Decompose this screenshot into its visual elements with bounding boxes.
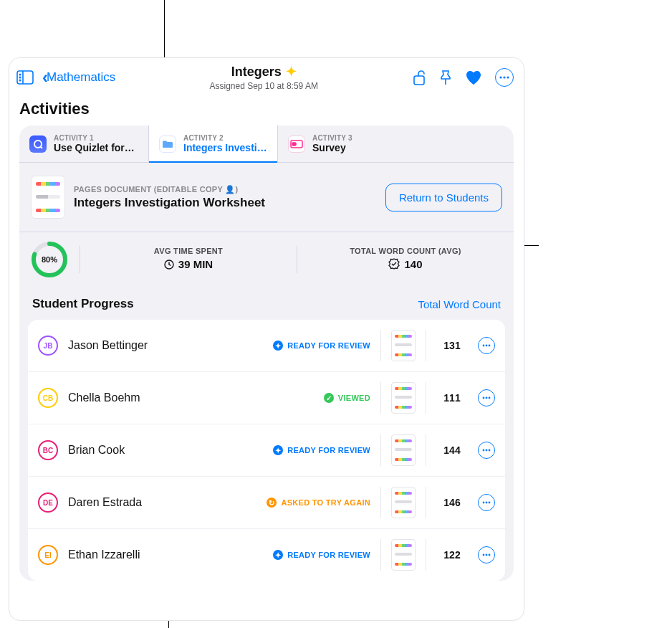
student-name: Ethan Izzarelli — [68, 548, 263, 561]
status-icon: ✦ — [273, 550, 283, 560]
word-count-label: TOTAL WORD COUNT (AVG) — [309, 247, 502, 255]
student-row[interactable]: BCBrian Cook✦READY FOR REVIEW144 — [28, 424, 505, 477]
row-more-button[interactable] — [478, 442, 495, 459]
svg-point-21 — [486, 397, 488, 399]
row-more-button[interactable] — [478, 389, 495, 406]
divider — [380, 330, 381, 361]
back-label: Mathematics — [47, 70, 115, 85]
svg-rect-5 — [414, 76, 424, 85]
quizlet-icon — [29, 135, 47, 153]
divider — [426, 330, 426, 361]
divider — [426, 539, 426, 571]
student-row[interactable]: DEDaren Estrada↻ASKED TO TRY AGAIN146 — [28, 477, 505, 529]
document-title: Integers Investigation Worksheet — [74, 196, 265, 210]
page-subtitle: Assigned Sep 10 at 8:59 AM — [115, 81, 412, 91]
student-word-count: 131 — [436, 340, 468, 351]
svg-point-27 — [486, 502, 488, 504]
submission-thumbnail[interactable] — [391, 539, 416, 571]
pin-icon[interactable] — [439, 70, 452, 85]
heart-icon[interactable] — [465, 70, 482, 85]
avg-time-label: AVG TIME SPENT — [92, 247, 285, 255]
student-list: JBJason Bettinger✦READY FOR REVIEW131CBC… — [28, 320, 505, 581]
clock-icon — [164, 260, 174, 270]
activity-tab-eyebrow: ACTIVITY 1 — [54, 134, 135, 142]
student-avatar: EI — [38, 545, 58, 565]
status-icon: ✦ — [273, 341, 283, 351]
divider — [380, 382, 381, 414]
svg-point-4 — [19, 80, 21, 81]
student-avatar: DE — [38, 493, 58, 513]
divider — [297, 246, 297, 273]
student-status: ✦READY FOR REVIEW — [273, 341, 370, 351]
document-thumbnail[interactable] — [31, 176, 65, 219]
survey-icon — [288, 135, 305, 153]
submission-thumbnail[interactable] — [391, 487, 416, 518]
lock-open-icon[interactable] — [412, 70, 426, 85]
status-label: VIEWED — [338, 394, 370, 402]
document-type-label: PAGES DOCUMENT (EDITABLE COPY 👤) — [74, 185, 265, 194]
student-word-count: 146 — [436, 497, 468, 508]
back-button[interactable]: ‹ Mathematics — [42, 67, 115, 87]
row-more-button[interactable] — [478, 494, 495, 511]
activity-tab[interactable]: ACTIVITY 1Use Quizlet for… — [19, 125, 148, 162]
divider — [426, 382, 426, 414]
row-more-button[interactable] — [478, 337, 495, 354]
activity-tab[interactable]: ACTIVITY 2Integers Investi… — [148, 125, 277, 162]
svg-point-17 — [483, 345, 485, 347]
sort-by-link[interactable]: Total Word Count — [418, 298, 501, 310]
status-icon: ✦ — [273, 445, 283, 455]
sidebar-toggle-icon[interactable] — [16, 70, 34, 85]
student-status: ✓VIEWED — [324, 393, 370, 403]
student-word-count: 111 — [436, 392, 468, 404]
return-to-students-button[interactable]: Return to Students — [385, 184, 502, 211]
svg-point-2 — [19, 74, 21, 75]
activity-tab-eyebrow: ACTIVITY 3 — [312, 134, 352, 142]
student-name: Daren Estrada — [68, 496, 256, 509]
more-button[interactable] — [495, 68, 514, 87]
student-avatar: BC — [38, 440, 58, 460]
seal-icon — [388, 258, 400, 270]
activity-tab[interactable]: ACTIVITY 3Survey — [277, 125, 406, 162]
submission-thumbnail[interactable] — [391, 434, 416, 466]
student-name: Jason Bettinger — [68, 339, 263, 352]
document-row: PAGES DOCUMENT (EDITABLE COPY 👤) Integer… — [19, 163, 514, 232]
status-label: READY FOR REVIEW — [287, 341, 370, 350]
student-status: ✦READY FOR REVIEW — [273, 445, 370, 455]
status-label: ASKED TO TRY AGAIN — [281, 498, 370, 507]
svg-point-8 — [503, 76, 505, 78]
student-row[interactable]: JBJason Bettinger✦READY FOR REVIEW131 — [28, 320, 505, 372]
student-status: ✦READY FOR REVIEW — [273, 550, 370, 560]
status-icon: ↻ — [267, 498, 277, 508]
svg-rect-13 — [292, 143, 296, 146]
title-bar: ‹ Mathematics Integers ✦ Assigned Sep 10… — [9, 58, 524, 94]
divider — [426, 487, 426, 518]
submission-thumbnail[interactable] — [391, 330, 416, 361]
svg-point-30 — [486, 554, 488, 556]
activities-panel: ACTIVITY 1Use Quizlet for…ACTIVITY 2Inte… — [19, 125, 514, 581]
student-name: Brian Cook — [68, 444, 263, 457]
svg-point-28 — [489, 502, 491, 504]
submission-thumbnail[interactable] — [391, 382, 416, 414]
student-row[interactable]: CBChella Boehm✓VIEWED111 — [28, 372, 505, 424]
svg-point-20 — [483, 397, 485, 399]
student-row[interactable]: EIEthan Izzarelli✦READY FOR REVIEW122 — [28, 529, 505, 581]
student-name: Chella Boehm — [68, 391, 314, 404]
row-more-button[interactable] — [478, 546, 495, 563]
student-word-count: 144 — [436, 444, 468, 456]
divider — [380, 539, 381, 571]
svg-point-7 — [499, 76, 501, 78]
svg-point-24 — [486, 449, 488, 452]
activity-tab-label: Integers Investi… — [183, 142, 267, 153]
student-word-count: 122 — [436, 549, 468, 561]
folder-icon — [159, 135, 176, 153]
student-progress-heading: Student Progress — [32, 297, 134, 311]
status-icon: ✓ — [324, 393, 334, 403]
svg-point-9 — [507, 76, 509, 78]
svg-point-26 — [483, 502, 485, 504]
activity-tab-label: Survey — [312, 142, 352, 153]
status-label: READY FOR REVIEW — [287, 446, 370, 455]
student-avatar: JB — [38, 336, 58, 356]
stats-row: 80% AVG TIME SPENT 39 MIN TOTAL WORD COU… — [19, 232, 514, 290]
sparkle-icon: ✦ — [286, 64, 297, 80]
activity-tab-label: Use Quizlet for… — [54, 142, 135, 153]
